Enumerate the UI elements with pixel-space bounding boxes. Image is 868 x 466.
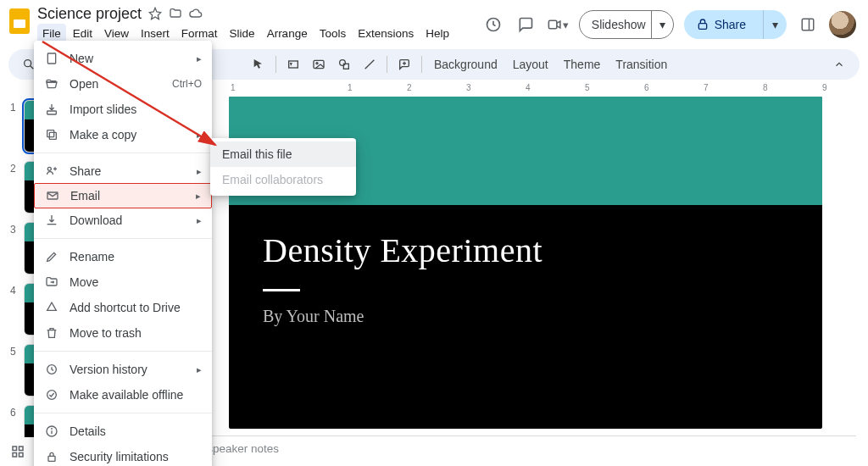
- speaker-notes[interactable]: Click to add speaker notes: [136, 435, 856, 461]
- slides-logo[interactable]: [8, 7, 31, 36]
- menu-move[interactable]: Move: [34, 269, 212, 295]
- title-area: Science project File Edit View Insert Fo…: [37, 5, 482, 43]
- star-icon[interactable]: [148, 7, 162, 20]
- submenu-email-this-file[interactable]: Email this file: [210, 141, 356, 167]
- lock-icon: [44, 449, 59, 464]
- svg-rect-21: [49, 132, 56, 139]
- textbox-icon[interactable]: [281, 53, 305, 76]
- menu-rename[interactable]: Rename: [34, 244, 212, 269]
- drive-shortcut-icon: [44, 300, 59, 315]
- menu-share[interactable]: Share▸: [34, 158, 212, 184]
- svg-rect-12: [314, 60, 324, 68]
- history-icon[interactable]: [482, 14, 504, 36]
- svg-line-6: [31, 66, 34, 69]
- menu-import[interactable]: Import slides: [34, 97, 212, 122]
- trash-icon: [44, 325, 59, 341]
- email-icon: [45, 188, 60, 203]
- menu-trash[interactable]: Move to trash: [34, 320, 212, 346]
- menu-open[interactable]: OpenCtrl+O: [34, 71, 212, 97]
- menu-shortcut[interactable]: Add shortcut to Drive: [34, 295, 212, 320]
- doc-icon: [44, 51, 59, 66]
- svg-rect-2: [698, 24, 706, 30]
- share-label: Share: [715, 18, 746, 31]
- slideshow-button[interactable]: Slideshow ▾: [579, 10, 674, 39]
- meet-icon[interactable]: ▾: [547, 14, 569, 36]
- document-title[interactable]: Science project: [37, 5, 142, 23]
- menu-slide[interactable]: Slide: [225, 24, 260, 43]
- svg-rect-43: [13, 447, 17, 451]
- menu-offline[interactable]: Make available offline: [34, 382, 212, 408]
- svg-point-14: [340, 60, 346, 66]
- svg-rect-32: [48, 456, 55, 461]
- svg-point-5: [25, 60, 31, 67]
- svg-rect-19: [47, 53, 55, 64]
- slide-title[interactable]: Density Experiment: [263, 230, 788, 270]
- slideshow-label: Slideshow: [592, 18, 646, 31]
- import-icon: [44, 102, 59, 117]
- file-menu-dropdown: New▸ OpenCtrl+O Import slides Make a cop…: [34, 41, 212, 466]
- menu-help[interactable]: Help: [420, 24, 454, 43]
- menu-email[interactable]: Email▸: [34, 183, 212, 208]
- svg-rect-1: [548, 20, 557, 29]
- menu-copy[interactable]: Make a copy▸: [34, 122, 212, 147]
- move-icon: [44, 275, 59, 290]
- grid-view-icon[interactable]: [10, 444, 25, 459]
- ruler: 1 1 2 3 4 5 6 7 8 9: [119, 83, 860, 97]
- menu-security[interactable]: Security limitations: [34, 444, 212, 466]
- menu-new[interactable]: New▸: [34, 46, 212, 71]
- menu-version[interactable]: Version history▸: [34, 357, 212, 382]
- line-icon[interactable]: [358, 53, 381, 76]
- tb-theme[interactable]: Theme: [557, 58, 608, 71]
- svg-line-16: [365, 60, 375, 69]
- svg-rect-22: [47, 130, 54, 137]
- slide-subtitle[interactable]: By Your Name: [263, 307, 788, 326]
- copy-icon: [44, 127, 59, 142]
- move-folder-icon[interactable]: [169, 7, 182, 20]
- shape-icon[interactable]: [332, 53, 356, 76]
- tb-layout[interactable]: Layout: [506, 58, 555, 71]
- comments-icon[interactable]: [515, 14, 537, 36]
- slideshow-dropdown[interactable]: ▾: [651, 11, 673, 38]
- info-icon: [44, 424, 59, 439]
- menu-download[interactable]: Download▸: [34, 208, 212, 233]
- submenu-email-collaborators: Email collaborators: [210, 167, 356, 192]
- header-right: ▾ Slideshow ▾ Share ▾: [482, 5, 860, 39]
- svg-point-13: [316, 63, 318, 64]
- svg-rect-3: [802, 19, 814, 31]
- svg-rect-20: [47, 111, 57, 114]
- svg-point-28: [47, 391, 57, 400]
- svg-rect-45: [13, 453, 17, 458]
- share-icon: [44, 164, 59, 179]
- comment-add-icon[interactable]: [392, 53, 416, 76]
- svg-point-31: [52, 429, 53, 430]
- menu-extensions[interactable]: Extensions: [353, 24, 419, 43]
- svg-rect-9: [289, 61, 298, 68]
- share-button[interactable]: Share ▾: [684, 10, 787, 39]
- image-insert-icon[interactable]: [307, 53, 331, 76]
- download-icon: [44, 213, 59, 228]
- account-avatar[interactable]: [829, 11, 856, 38]
- sidepanel-toggle-icon[interactable]: [797, 14, 819, 36]
- menu-arrange[interactable]: Arrange: [262, 24, 313, 43]
- svg-rect-44: [19, 447, 24, 451]
- cloud-status-icon[interactable]: [189, 7, 203, 20]
- rename-icon: [44, 249, 59, 264]
- menu-tools[interactable]: Tools: [314, 24, 352, 43]
- toolbar-collapse-icon[interactable]: [827, 53, 851, 76]
- svg-point-23: [47, 167, 51, 170]
- history-menu-icon: [44, 362, 59, 377]
- menu-details[interactable]: Details: [34, 419, 212, 444]
- folder-open-icon: [44, 76, 59, 92]
- select-tool-icon[interactable]: [247, 53, 270, 76]
- offline-icon: [44, 387, 59, 402]
- email-submenu: Email this file Email collaborators: [210, 138, 356, 196]
- share-dropdown[interactable]: ▾: [763, 10, 787, 39]
- svg-rect-46: [19, 453, 24, 458]
- tb-background[interactable]: Background: [427, 58, 504, 71]
- tb-transition[interactable]: Transition: [609, 58, 674, 71]
